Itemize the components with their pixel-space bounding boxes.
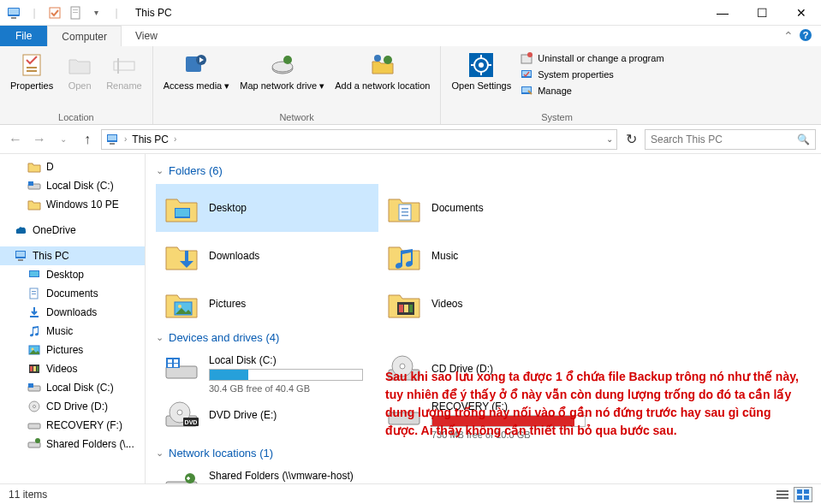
ribbon-group-network: Access media ▾ Map network drive ▾ Add a… <box>153 46 442 124</box>
tree-item-shared[interactable]: Shared Folders (\... <box>0 435 145 454</box>
network-drive-icon <box>163 470 200 483</box>
uninstall-program-button[interactable]: Uninstall or change a program <box>520 51 663 65</box>
details-view-button[interactable] <box>773 487 792 502</box>
recent-locations-button[interactable]: ⌄ <box>53 129 74 150</box>
open-label: Open <box>68 80 92 91</box>
tree-item-downloads[interactable]: Downloads <box>0 303 145 322</box>
folder-icon <box>27 198 41 211</box>
help-icon[interactable]: ? <box>799 28 812 44</box>
tree-item-local-c[interactable]: Local Disk (C:) <box>0 176 145 195</box>
ribbon-group-system: Open Settings Uninstall or change a prog… <box>441 46 672 124</box>
tree-item-local-c2[interactable]: Local Disk (C:) <box>0 378 145 397</box>
svg-text:?: ? <box>803 30 809 40</box>
tree-item-pictures[interactable]: Pictures <box>0 341 145 359</box>
svg-point-23 <box>479 62 484 68</box>
drive-local-c[interactable]: Local Disk (C:) 30.4 GB free of 40.4 GB <box>156 351 378 397</box>
up-button[interactable]: ↑ <box>77 129 98 150</box>
folder-pictures[interactable]: Pictures <box>156 280 378 328</box>
svg-point-68 <box>178 305 181 308</box>
folder-desktop[interactable]: Desktop <box>156 184 378 232</box>
open-button[interactable]: Open <box>58 50 101 92</box>
svg-rect-66 <box>402 215 408 216</box>
svg-point-29 <box>527 52 532 57</box>
network-group-label: Network <box>153 112 441 124</box>
checkbox-icon[interactable] <box>46 4 63 21</box>
tree-item-win10pe[interactable]: Windows 10 PE <box>0 195 145 214</box>
search-input[interactable] <box>651 133 797 145</box>
uninstall-label: Uninstall or change a program <box>538 53 663 63</box>
tree-item-onedrive[interactable]: OneDrive <box>0 221 145 240</box>
breadcrumb-sep[interactable]: › <box>174 134 176 144</box>
svg-rect-6 <box>73 12 78 13</box>
map-drive-button[interactable]: Map network drive ▾ <box>235 50 330 92</box>
svg-rect-75 <box>168 359 172 363</box>
tab-view[interactable]: View <box>122 26 171 46</box>
refresh-button[interactable]: ↻ <box>621 129 641 150</box>
section-folders[interactable]: ⌄ Folders (6) <box>156 164 811 177</box>
tree-item-videos[interactable]: Videos <box>0 359 145 378</box>
tab-computer[interactable]: Computer <box>47 26 122 46</box>
maximize-button[interactable]: ☐ <box>742 0 782 26</box>
folder-documents[interactable]: Documents <box>378 184 601 232</box>
network-drive-icon <box>27 437 41 451</box>
address-bar[interactable]: › This PC › ⌄ <box>101 129 617 150</box>
svg-rect-10 <box>27 67 37 68</box>
tree-item-cd-d[interactable]: CD Drive (D:) <box>0 397 145 416</box>
breadcrumb-sep[interactable]: › <box>124 134 127 144</box>
ribbon: Properties Open Rename Location <box>0 46 821 125</box>
tree-item-music[interactable]: Music <box>0 322 145 341</box>
svg-rect-59 <box>28 442 40 448</box>
svg-rect-64 <box>402 208 408 210</box>
add-network-location-button[interactable]: Add a network location <box>330 50 435 92</box>
open-settings-button[interactable]: Open Settings <box>446 50 516 92</box>
tree-item-documents[interactable]: Documents <box>0 284 145 303</box>
system-properties-button[interactable]: System properties <box>520 68 663 81</box>
svg-rect-47 <box>30 316 39 317</box>
window-title: This PC <box>135 7 172 19</box>
folder-icon <box>27 160 41 174</box>
folder-downloads[interactable]: Downloads <box>156 232 378 280</box>
rename-button[interactable]: Rename <box>101 50 147 92</box>
qat-dropdown-icon[interactable]: ▾ <box>87 4 104 21</box>
document-icon[interactable] <box>67 4 84 21</box>
qat-separator: | <box>108 4 125 21</box>
tab-file[interactable]: File <box>0 26 47 46</box>
desktop-icon <box>27 268 41 282</box>
forward-button[interactable]: → <box>29 129 50 150</box>
drive-shared-z[interactable]: Shared Folders (\\vmware-host) (Z:) <box>156 466 378 483</box>
drive-icon <box>163 354 200 385</box>
minimize-button[interactable]: — <box>703 0 742 26</box>
close-button[interactable]: ✕ <box>782 0 821 26</box>
access-media-button[interactable]: Access media ▾ <box>158 50 235 92</box>
search-box[interactable]: 🔍 <box>645 129 816 150</box>
address-dropdown-icon[interactable]: ⌄ <box>606 134 613 144</box>
tiles-view-button[interactable] <box>794 487 812 502</box>
tree-item-thispc[interactable]: This PC <box>0 246 145 265</box>
drive-dvd-e[interactable]: DVD DVD Drive (E:) <box>156 397 378 443</box>
svg-rect-12 <box>114 62 134 70</box>
tree-item-d[interactable]: D <box>0 157 145 176</box>
svg-rect-93 <box>797 489 802 494</box>
svg-rect-53 <box>37 366 39 371</box>
svg-rect-70 <box>399 305 403 312</box>
content-pane[interactable]: ⌄ Folders (6) Desktop Documents Download… <box>146 154 821 483</box>
breadcrumb-thispc[interactable]: This PC <box>132 133 169 145</box>
folder-videos[interactable]: Videos <box>378 280 601 328</box>
navigation-tree[interactable]: D Local Disk (C:) Windows 10 PE OneDrive… <box>0 154 146 483</box>
drive-icon <box>27 381 41 394</box>
back-button[interactable]: ← <box>5 129 26 150</box>
section-devices[interactable]: ⌄ Devices and drives (4) <box>156 331 811 344</box>
svg-rect-72 <box>409 305 413 312</box>
properties-label: Properties <box>10 80 53 91</box>
properties-button[interactable]: Properties <box>5 50 58 92</box>
map-drive-label: Map network drive ▾ <box>240 80 324 91</box>
tree-item-recovery-f[interactable]: RECOVERY (F:) <box>0 416 145 435</box>
manage-button[interactable]: Manage <box>520 84 663 98</box>
tree-item-desktop[interactable]: Desktop <box>0 265 145 284</box>
folder-music[interactable]: Music <box>378 232 601 280</box>
search-icon[interactable]: 🔍 <box>797 133 810 145</box>
section-network[interactable]: ⌄ Network locations (1) <box>156 447 811 460</box>
open-icon <box>66 51 93 79</box>
svg-point-18 <box>283 56 292 64</box>
collapse-ribbon-icon[interactable]: ⌃ <box>783 29 794 43</box>
